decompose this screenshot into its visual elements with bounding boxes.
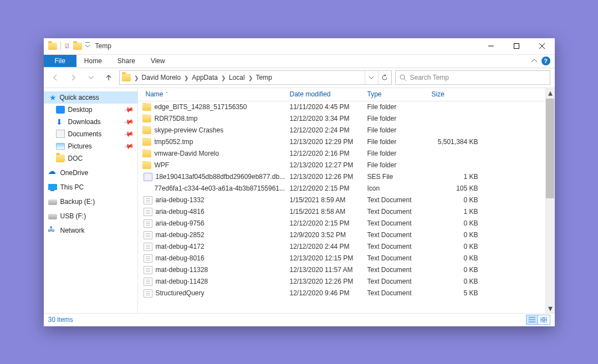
view-details-button[interactable]	[526, 315, 538, 325]
svg-rect-0	[85, 42, 90, 43]
file-row[interactable]: mat-debug-417212/12/2020 2:44 PMText Doc…	[138, 241, 545, 253]
scroll-thumb[interactable]	[546, 99, 554, 198]
file-row[interactable]: StructuredQuery12/12/2020 9:46 PMText Do…	[138, 288, 545, 299]
breadcrumb-item[interactable]: AppData	[190, 74, 220, 81]
file-name: 18e190413af045db88dfbd29609eb877.db....	[156, 173, 285, 181]
file-list[interactable]: Name ˄ Date modified Type Size edge_BITS…	[138, 88, 545, 313]
tab-share[interactable]: Share	[110, 55, 143, 67]
sidebar-item[interactable]: Documents📌	[44, 128, 137, 140]
new-folder-icon[interactable]	[73, 43, 82, 50]
column-headers[interactable]: Name ˄ Date modified Type Size	[138, 88, 545, 101]
breadcrumb-item[interactable]: Temp	[254, 74, 274, 81]
file-row[interactable]: 77ed6fa1-c334-4e03-a61a-4b3b87155961....…	[138, 183, 545, 194]
window-title: Temp	[95, 42, 111, 50]
breadcrumb-item[interactable]: Local	[227, 74, 247, 81]
file-row[interactable]: 18e190413af045db88dfbd29609eb877.db....1…	[138, 171, 545, 183]
sidebar-quick-access[interactable]: ★ Quick access	[44, 91, 137, 104]
pin-icon: 📌	[123, 128, 134, 139]
chevron-right-icon[interactable]: ❯	[134, 75, 139, 81]
ribbon: File Home Share View ?	[44, 55, 555, 68]
navbar: ❯ David Morelo ❯ AppData ❯ Local ❯ Temp …	[44, 68, 555, 88]
chevron-right-icon[interactable]: ❯	[248, 75, 253, 81]
file-row[interactable]: edge_BITS_14288_51715635011/11/2020 4:45…	[138, 101, 545, 113]
text-file-icon	[144, 278, 152, 286]
cell-date: 12/9/2020 3:52 PM	[285, 231, 363, 239]
file-row[interactable]: tmp5052.tmp12/13/2020 12:29 PMFile folde…	[138, 136, 545, 148]
scroll-up-button[interactable]: ▴	[546, 88, 555, 98]
col-size[interactable]: Size	[427, 90, 545, 98]
sidebar-item[interactable]: Network	[44, 224, 137, 237]
tab-view[interactable]: View	[143, 55, 173, 67]
sort-asc-icon: ˄	[166, 91, 168, 97]
search-input[interactable]: Search Temp	[395, 70, 550, 85]
text-file-icon	[144, 266, 152, 274]
blank-icon	[142, 184, 151, 192]
file-row[interactable]: mat-debug-1142812/13/2020 12:26 PMText D…	[138, 276, 545, 288]
cell-type: File folder	[363, 161, 427, 169]
file-name: 77ed6fa1-c334-4e03-a61a-4b3b87155961....	[155, 184, 285, 192]
sidebar-item[interactable]: Pictures📌	[44, 140, 137, 152]
chevron-right-icon[interactable]: ❯	[221, 75, 226, 81]
col-date[interactable]: Date modified	[285, 90, 363, 98]
nav-back-button[interactable]	[48, 70, 63, 85]
drive-icon	[48, 199, 57, 205]
file-row[interactable]: mat-debug-801612/13/2020 12:15 PMText Do…	[138, 253, 545, 264]
minimize-button[interactable]	[478, 38, 504, 54]
file-row[interactable]: aria-debug-975612/12/2020 2:15 PMText Do…	[138, 218, 545, 229]
sidebar-item-doc[interactable]: DOC	[44, 152, 137, 165]
file-row[interactable]: mat-debug-285212/9/2020 3:52 PMText Docu…	[138, 229, 545, 241]
nav-up-button[interactable]	[101, 70, 116, 85]
help-icon[interactable]: ?	[541, 57, 550, 65]
cell-name: mat-debug-2852	[138, 231, 285, 239]
tab-file[interactable]: File	[44, 55, 76, 67]
scrollbar[interactable]: ▴ ▾	[545, 88, 555, 313]
tab-home[interactable]: Home	[76, 55, 110, 67]
cell-type: Text Document	[363, 254, 427, 262]
sidebar-item[interactable]: Backup (E:)	[44, 196, 137, 208]
properties-icon[interactable]: ☑	[65, 43, 69, 50]
text-file-icon	[144, 289, 152, 298]
col-type[interactable]: Type	[363, 90, 427, 98]
refresh-button[interactable]	[378, 71, 391, 84]
cell-date: 12/12/2020 9:46 PM	[285, 289, 363, 297]
address-bar[interactable]: ❯ David Morelo ❯ AppData ❯ Local ❯ Temp	[119, 70, 392, 85]
view-thumbnails-button[interactable]	[538, 315, 550, 325]
sidebar-item[interactable]: USB (F:)	[44, 210, 137, 222]
svg-rect-13	[544, 320, 547, 322]
file-name: WPF	[155, 161, 170, 169]
close-button[interactable]	[529, 38, 555, 54]
ribbon-collapse-icon[interactable]	[531, 58, 537, 64]
col-name[interactable]: Name ˄	[138, 90, 285, 98]
cell-type: Text Document	[363, 196, 427, 204]
cell-size: 0 KB	[427, 254, 483, 262]
scroll-down-button[interactable]: ▾	[546, 304, 555, 313]
file-row[interactable]: aria-debug-48161/15/2021 8:58 AMText Doc…	[138, 206, 545, 218]
file-row[interactable]: mat-debug-1132812/13/2020 11:57 AMText D…	[138, 264, 545, 276]
file-name: aria-debug-9756	[156, 219, 205, 227]
chevron-right-icon[interactable]: ❯	[184, 75, 188, 81]
cell-date: 12/12/2020 2:16 PM	[285, 150, 363, 157]
cell-date: 12/13/2020 12:27 PM	[285, 161, 363, 169]
svg-point-5	[400, 75, 405, 79]
file-name: aria-debug-1332	[156, 196, 205, 204]
cell-type: SES File	[363, 173, 427, 181]
nav-pane[interactable]: ★ Quick access Desktop📌⬇Downloads📌Docume…	[44, 88, 138, 313]
maximize-button[interactable]	[504, 38, 529, 54]
nav-forward-button[interactable]	[66, 70, 80, 85]
file-row[interactable]: vmware-David Morelo12/12/2020 2:16 PMFil…	[138, 148, 545, 160]
onedrive-icon	[48, 169, 57, 177]
qat-dropdown-icon[interactable]	[85, 42, 90, 50]
address-dropdown-button[interactable]	[365, 71, 378, 84]
sidebar-item[interactable]: OneDrive	[44, 167, 137, 179]
file-row[interactable]: skype-preview Crashes12/12/2020 2:24 PMF…	[138, 125, 545, 136]
file-row[interactable]: aria-debug-13321/15/2021 8:59 AMText Doc…	[138, 194, 545, 206]
file-row[interactable]: RDR75D8.tmp12/12/2020 3:34 PMFile folder	[138, 113, 545, 125]
sidebar-item[interactable]: This PC	[44, 181, 137, 193]
file-name: vmware-David Morelo	[155, 150, 219, 157]
sidebar-item[interactable]: ⬇Downloads📌	[44, 116, 137, 128]
breadcrumb-item[interactable]: David Morelo	[140, 74, 183, 81]
file-row[interactable]: WPF12/13/2020 12:27 PMFile folder	[138, 160, 545, 171]
sidebar-item[interactable]: Desktop📌	[44, 104, 137, 116]
search-icon	[399, 74, 407, 81]
nav-history-dropdown[interactable]	[84, 70, 98, 85]
